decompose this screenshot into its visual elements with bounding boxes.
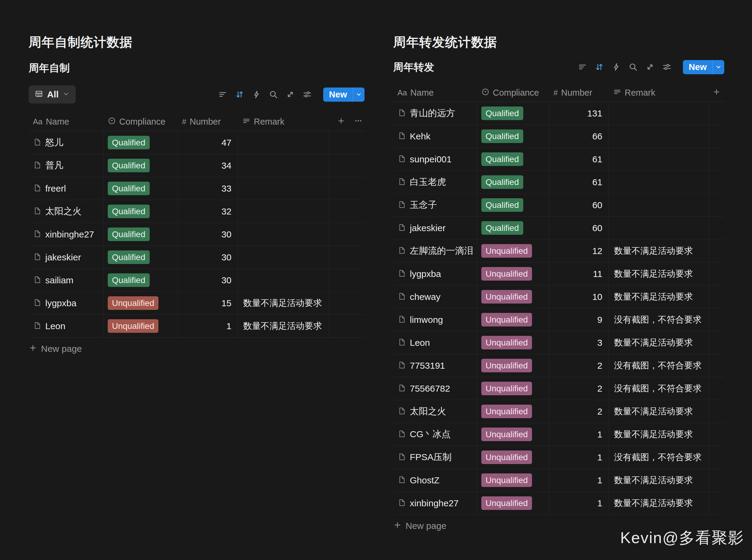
row-remark[interactable] (609, 194, 709, 216)
name-cell[interactable]: Kehk (393, 125, 477, 147)
row-name[interactable]: 玉念子 (410, 199, 437, 211)
table-row[interactable]: 左脚流的一滴泪 Unqualified 12 数量不满足活动要求 (393, 240, 724, 262)
lightning-icon[interactable] (612, 62, 621, 72)
row-remark[interactable] (238, 200, 329, 223)
row-remark[interactable]: 数量不满足活动要求 (609, 285, 709, 308)
row-name[interactable]: cheway (410, 292, 440, 302)
name-cell[interactable]: xinbinghe27 (29, 223, 103, 246)
column-header-remark[interactable]: Remark (609, 84, 709, 102)
row-number[interactable]: 1 (178, 315, 238, 337)
row-number[interactable]: 30 (178, 269, 238, 292)
row-number[interactable]: 61 (549, 171, 609, 194)
row-number[interactable]: 2 (549, 354, 609, 377)
row-remark[interactable] (609, 148, 709, 171)
filter-icon[interactable] (578, 62, 587, 72)
name-cell[interactable]: xinbinghe27 (393, 492, 477, 515)
view-settings-icon[interactable] (303, 90, 312, 99)
compliance-cell[interactable]: Qualified (477, 194, 549, 216)
table-row[interactable]: 普凡 Qualified 34 (29, 154, 364, 177)
compliance-cell[interactable]: Qualified (103, 177, 178, 200)
table-row[interactable]: Leon Unqualified 1 数量不满足活动要求 (29, 315, 364, 338)
table-row[interactable]: 75566782 Unqualified 2 没有截图，不符合要求 (393, 377, 724, 400)
sort-icon[interactable] (235, 90, 244, 99)
row-number[interactable]: 2 (549, 377, 609, 400)
compliance-cell[interactable]: Qualified (477, 125, 549, 147)
name-cell[interactable]: 青山的远方 (393, 102, 477, 125)
table-row[interactable]: lygpxba Unqualified 11 数量不满足活动要求 (393, 262, 724, 285)
name-cell[interactable]: jakeskier (393, 217, 477, 239)
row-remark[interactable]: 数量不满足活动要求 (238, 315, 329, 337)
new-button-label[interactable]: New (683, 60, 712, 74)
row-remark[interactable]: 没有截图，不符合要求 (609, 308, 709, 331)
compliance-cell[interactable]: Qualified (477, 102, 549, 125)
column-header-number[interactable]: # Number (178, 113, 238, 131)
row-name[interactable]: 75566782 (410, 383, 450, 394)
compliance-badge[interactable]: Qualified (481, 221, 523, 235)
row-name[interactable]: 白玉老虎 (410, 176, 446, 188)
row-remark[interactable] (609, 171, 709, 194)
row-remark[interactable] (238, 223, 329, 246)
row-name[interactable]: 太阳之火 (45, 205, 81, 218)
table-row[interactable]: lygpxba Unqualified 15 数量不满足活动要求 (29, 292, 364, 315)
table-row[interactable]: sunpei001 Qualified 61 (393, 148, 724, 171)
compliance-cell[interactable]: Qualified (477, 148, 549, 171)
column-header-remark[interactable]: Remark (238, 113, 329, 131)
compliance-badge[interactable]: Qualified (481, 106, 523, 120)
row-remark[interactable] (238, 177, 329, 200)
compliance-badge[interactable]: Qualified (108, 251, 150, 264)
name-cell[interactable]: 普凡 (29, 154, 103, 177)
row-name[interactable]: jakeskier (410, 223, 446, 233)
lightning-icon[interactable] (252, 90, 261, 99)
compliance-cell[interactable]: Unqualified (477, 285, 549, 308)
row-name[interactable]: limwong (410, 315, 443, 325)
row-number[interactable]: 10 (549, 285, 609, 308)
row-number[interactable]: 1 (549, 423, 609, 446)
row-name[interactable]: 太阳之火 (410, 405, 446, 418)
row-number[interactable]: 3 (549, 331, 609, 354)
name-cell[interactable]: FPSA压制 (393, 446, 477, 468)
column-header-name[interactable]: Aa Name (393, 84, 477, 102)
new-page-button[interactable]: New page (29, 342, 364, 355)
compliance-badge[interactable]: Qualified (108, 182, 150, 195)
name-cell[interactable]: jakeskier (29, 246, 103, 268)
name-cell[interactable]: freerl (29, 177, 103, 200)
table-row[interactable]: xinbinghe27 Unqualified 1 数量不满足活动要求 (393, 492, 724, 515)
row-remark[interactable]: 数量不满足活动要求 (609, 262, 709, 285)
row-name[interactable]: Kehk (410, 131, 430, 141)
row-name[interactable]: CG丶冰点 (410, 428, 451, 441)
table-row[interactable]: 太阳之火 Unqualified 2 数量不满足活动要求 (393, 400, 724, 423)
compliance-cell[interactable]: Qualified (103, 269, 178, 292)
row-number[interactable]: 12 (549, 240, 609, 262)
name-cell[interactable]: lygpxba (393, 262, 477, 285)
name-cell[interactable]: 7753191 (393, 354, 477, 377)
compliance-cell[interactable]: Unqualified (477, 446, 549, 468)
more-options-icon[interactable] (354, 117, 362, 127)
row-remark[interactable] (238, 269, 329, 292)
compliance-cell[interactable]: Unqualified (477, 240, 549, 262)
table-row[interactable]: limwong Unqualified 9 没有截图，不符合要求 (393, 308, 724, 331)
name-cell[interactable]: limwong (393, 308, 477, 331)
row-remark[interactable]: 数量不满足活动要求 (609, 423, 709, 446)
row-name[interactable]: sailiam (45, 275, 73, 285)
compliance-badge[interactable]: Unqualified (481, 267, 532, 281)
compliance-cell[interactable]: Unqualified (477, 308, 549, 331)
add-property-icon[interactable] (337, 117, 345, 127)
row-number[interactable]: 33 (178, 177, 238, 200)
name-cell[interactable]: CG丶冰点 (393, 423, 477, 446)
search-icon[interactable] (269, 90, 278, 99)
table-row[interactable]: freerl Qualified 33 (29, 177, 364, 200)
row-remark[interactable] (238, 246, 329, 268)
table-row[interactable]: jakeskier Qualified 60 (393, 217, 724, 240)
row-remark[interactable]: 没有截图，不符合要求 (609, 446, 709, 468)
compliance-badge[interactable]: Unqualified (108, 319, 158, 333)
compliance-badge[interactable]: Qualified (108, 227, 150, 241)
name-cell[interactable]: 左脚流的一滴泪 (393, 240, 477, 262)
compliance-cell[interactable]: Qualified (103, 131, 178, 154)
row-remark[interactable]: 数量不满足活动要求 (609, 400, 709, 423)
name-cell[interactable]: 怒儿 (29, 131, 103, 154)
search-icon[interactable] (629, 62, 638, 72)
row-remark[interactable]: 没有截图，不符合要求 (609, 354, 709, 377)
row-number[interactable]: 30 (178, 223, 238, 246)
name-cell[interactable]: sailiam (29, 269, 103, 292)
compliance-badge[interactable]: Unqualified (481, 290, 532, 303)
